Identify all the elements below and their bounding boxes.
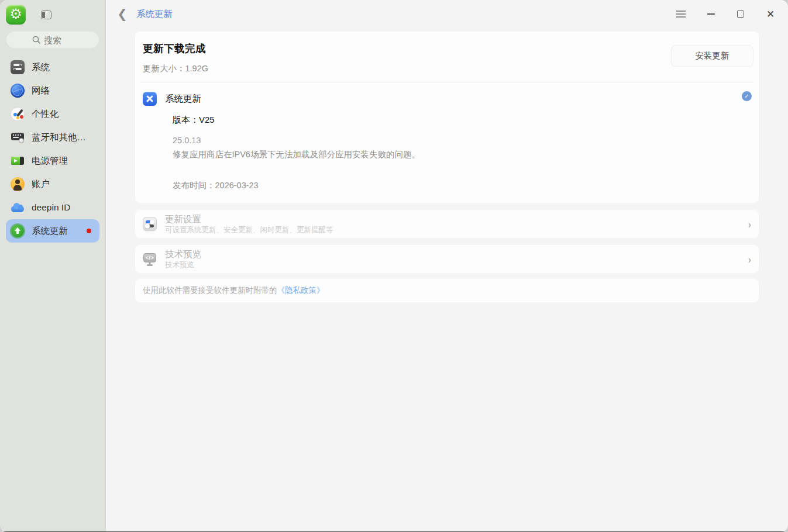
- update-detail-title: 系统更新: [165, 93, 201, 105]
- chevron-right-icon: ›: [748, 254, 751, 265]
- system-icon: [11, 60, 25, 74]
- sidebar-item-label: 系统: [32, 61, 50, 74]
- code-screen-glyph: </>: [143, 253, 156, 262]
- window-controls: ✕: [674, 7, 777, 21]
- sidebar-item-label: 个性化: [32, 108, 59, 120]
- system-update-tools-icon: [143, 92, 157, 106]
- sidebar-item-label: 网络: [32, 85, 50, 97]
- main-panel: ❮ 系统更新 ✕ 更新下载完成 更新大小：1.92G 安装更新: [106, 0, 788, 532]
- row-title: 更新设置: [165, 213, 333, 225]
- minimize-button[interactable]: [704, 7, 718, 21]
- update-card: 更新下载完成 更新大小：1.92G 安装更新 系统更新 ✓ 版本：V25 25.…: [135, 32, 759, 203]
- bluetooth-devices-icon: [11, 130, 25, 144]
- sidebar-item-power[interactable]: 电源管理: [6, 149, 99, 172]
- menu-button[interactable]: [674, 7, 688, 21]
- search-field[interactable]: [6, 31, 99, 49]
- selected-check-icon[interactable]: ✓: [742, 91, 752, 101]
- power-icon: [11, 154, 25, 168]
- download-status-section: 更新下载完成 更新大小：1.92G 安装更新: [135, 32, 759, 82]
- sidebar-item-bluetooth-devices[interactable]: 蓝牙和其他…: [6, 126, 99, 149]
- sidebar: 系统 网络 个性化 蓝牙和其他… 电源管理 账户: [0, 0, 106, 532]
- row-text: 技术预览 技术预览: [165, 248, 201, 270]
- search-input[interactable]: [44, 35, 73, 45]
- sidebar-item-label: 账户: [32, 178, 50, 191]
- sidebar-item-deepin-id[interactable]: deepin ID: [6, 196, 99, 219]
- sidebar-item-label: 蓝牙和其他…: [32, 132, 86, 144]
- sidebar-item-personalization[interactable]: 个性化: [6, 102, 99, 126]
- row-update-settings[interactable]: 更新设置 可设置系统更新、安全更新、闲时更新、更新提醒等 ›: [135, 210, 759, 238]
- sidebar-nav: 系统 网络 个性化 蓝牙和其他… 电源管理 账户: [0, 54, 105, 244]
- deepin-id-icon: [11, 201, 25, 215]
- sidebar-item-accounts[interactable]: 账户: [6, 172, 99, 196]
- maximize-icon: [737, 11, 744, 18]
- maximize-button[interactable]: [734, 7, 748, 21]
- build-number: 25.0.13: [173, 136, 751, 145]
- personalization-icon: [11, 107, 25, 121]
- row-text: 更新设置 可设置系统更新、安全更新、闲时更新、更新提醒等: [165, 213, 333, 234]
- row-subtitle: 可设置系统更新、安全更新、闲时更新、更新提醒等: [165, 225, 333, 234]
- privacy-policy-link[interactable]: 《隐私政策》: [277, 285, 325, 296]
- content-area: 更新下载完成 更新大小：1.92G 安装更新 系统更新 ✓ 版本：V25 25.…: [106, 28, 788, 302]
- download-status-title: 更新下载完成: [143, 42, 759, 56]
- sidebar-item-label: deepin ID: [32, 202, 70, 213]
- update-settings-icon: [143, 217, 157, 231]
- tech-preview-icon: </>: [143, 252, 157, 266]
- sidebar-toggle-icon[interactable]: [41, 11, 51, 19]
- update-detail-section: 系统更新 ✓ 版本：V25 25.0.13 修复应用商店在IPV6场景下无法加载…: [135, 82, 759, 203]
- minimize-icon: [707, 13, 715, 15]
- row-subtitle: 技术预览: [165, 260, 201, 270]
- page-header: ❮ 系统更新 ✕: [106, 0, 788, 28]
- update-detail-header: 系统更新: [143, 92, 751, 106]
- release-date-label: 发布时间：2026-03-23: [173, 180, 751, 191]
- accounts-icon: [11, 177, 25, 191]
- control-center-window: 系统 网络 个性化 蓝牙和其他… 电源管理 账户: [0, 0, 788, 532]
- update-badge-dot: [87, 229, 91, 233]
- update-description: 修复应用商店在IPV6场景下无法加载及部分应用安装失败的问题。: [173, 149, 751, 160]
- system-update-icon: [11, 224, 25, 238]
- page-title: 系统更新: [136, 8, 173, 20]
- sidebar-item-system-update[interactable]: 系统更新: [6, 219, 99, 243]
- close-button[interactable]: ✕: [763, 7, 777, 21]
- back-button[interactable]: ❮: [115, 7, 129, 21]
- update-detail-body: 版本：V25 25.0.13 修复应用商店在IPV6场景下无法加载及部分应用安装…: [173, 115, 751, 191]
- privacy-notice-row: 使用此软件需要接受软件更新时附带的 《隐私政策》: [135, 279, 759, 302]
- sidebar-item-label: 系统更新: [32, 225, 68, 237]
- row-title: 技术预览: [165, 248, 201, 260]
- chevron-right-icon: ›: [748, 219, 751, 230]
- sidebar-item-system[interactable]: 系统: [6, 56, 99, 79]
- app-logo-icon: [6, 5, 26, 25]
- sidebar-item-label: 电源管理: [32, 155, 68, 167]
- version-label: 版本：V25: [173, 115, 751, 126]
- hamburger-icon: [676, 11, 686, 18]
- close-icon: ✕: [766, 9, 775, 19]
- network-icon: [11, 84, 25, 98]
- sidebar-item-network[interactable]: 网络: [6, 79, 99, 102]
- sidebar-top-bar: [0, 0, 105, 29]
- update-size-label: 更新大小：1.92G: [143, 63, 759, 74]
- privacy-notice-text: 使用此软件需要接受软件更新时附带的: [143, 285, 277, 296]
- search-icon: [32, 36, 40, 44]
- row-tech-preview[interactable]: </> 技术预览 技术预览 ›: [135, 245, 759, 273]
- install-update-button[interactable]: 安装更新: [671, 45, 753, 67]
